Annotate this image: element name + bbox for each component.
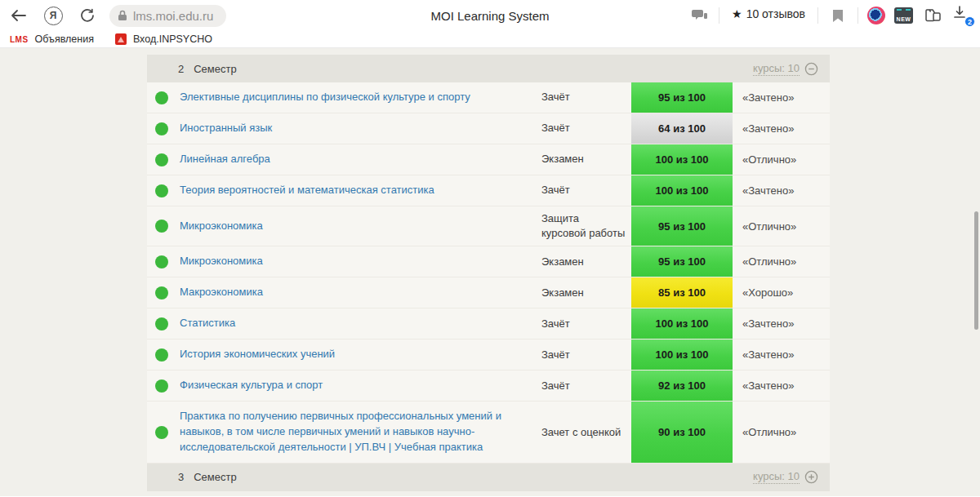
course-link[interactable]: Статистика bbox=[180, 316, 235, 331]
bookmarks-bar: LMS Объявления Вход.INPSYCHO bbox=[0, 31, 980, 48]
exam-type: Экзамен bbox=[541, 246, 631, 277]
status-cell bbox=[147, 308, 180, 339]
semester-number: 3 bbox=[178, 471, 184, 483]
course-link[interactable]: Элективные дисциплины по физической куль… bbox=[180, 90, 470, 105]
status-dot-icon bbox=[155, 220, 168, 233]
chat-button[interactable] bbox=[688, 5, 710, 26]
reviews-rating[interactable]: ★ 10 отзывов bbox=[728, 7, 808, 24]
course-link[interactable]: Микроэкономика bbox=[180, 219, 263, 234]
profile-extension-icon[interactable] bbox=[867, 7, 885, 24]
reviews-rating-bar bbox=[737, 22, 800, 24]
status-cell bbox=[147, 82, 180, 113]
status-dot-icon bbox=[155, 255, 168, 268]
grade-text: «Зачтено» bbox=[733, 371, 830, 401]
collapse-minus-icon bbox=[804, 62, 818, 76]
refresh-button[interactable] bbox=[77, 5, 98, 26]
grade-text: «Зачтено» bbox=[733, 82, 830, 113]
status-dot-icon bbox=[155, 426, 168, 439]
course-link[interactable]: Иностранный язык bbox=[180, 121, 272, 136]
status-dot-icon bbox=[155, 91, 168, 104]
exam-type: Зачёт bbox=[541, 308, 631, 339]
course-rows: Элективные дисциплины по физической куль… bbox=[147, 82, 830, 464]
grade-text: «Отлично» bbox=[733, 246, 830, 277]
new-features-button[interactable]: NEW bbox=[894, 7, 913, 24]
bookmark-label: Вход.INPSYCHO bbox=[133, 33, 212, 45]
inpsycho-favicon bbox=[115, 33, 127, 45]
new-badge-label: NEW bbox=[897, 16, 911, 24]
course-row: Теория вероятностей и математическая ста… bbox=[147, 175, 830, 206]
course-link[interactable]: Физическая культура и спорт bbox=[180, 378, 323, 393]
lock-icon bbox=[118, 10, 127, 21]
course-row: Практика по получению первичных професси… bbox=[147, 402, 830, 464]
bookmark-button[interactable] bbox=[827, 5, 849, 26]
semester-number: 2 bbox=[178, 63, 184, 75]
score-badge: 64 из 100 bbox=[631, 113, 733, 144]
exam-type: Экзамен bbox=[541, 144, 631, 175]
status-cell bbox=[147, 402, 180, 463]
score-badge: 95 из 100 bbox=[631, 246, 733, 277]
grade-text: «Зачтено» bbox=[733, 113, 830, 144]
course-link[interactable]: Теория вероятностей и математическая ста… bbox=[180, 183, 434, 198]
score-badge: 95 из 100 bbox=[631, 206, 733, 246]
score-badge: 92 из 100 bbox=[631, 371, 733, 401]
courses-count-label: курсы: 10 bbox=[753, 62, 800, 76]
bookmark-item-inpsycho[interactable]: Вход.INPSYCHO bbox=[115, 33, 212, 45]
bookmark-label: Объявления bbox=[35, 33, 94, 45]
bookmark-item-announcements[interactable]: LMS Объявления bbox=[10, 33, 94, 45]
toolbar-divider bbox=[817, 7, 818, 24]
status-cell bbox=[147, 144, 180, 175]
page-content: 2 Семестр курсы: 10 Элективные дисциплин… bbox=[0, 48, 980, 496]
semester-3-expand-toggle[interactable]: курсы: 10 bbox=[753, 470, 818, 484]
collections-button[interactable] bbox=[922, 5, 943, 26]
semester-2-collapse-toggle[interactable]: курсы: 10 bbox=[753, 62, 818, 76]
vertical-scrollbar-thumb[interactable] bbox=[974, 211, 978, 330]
course-name-cell: Иностранный язык bbox=[180, 113, 541, 144]
grade-text: «Хорошо» bbox=[733, 277, 830, 308]
browser-toolbar: MOI Learning System Я lms.moi.edu.ru bbox=[0, 0, 980, 31]
expand-plus-icon bbox=[804, 470, 818, 484]
chat-icon bbox=[692, 9, 707, 23]
toolbar-right-icons: ★ 10 отзывов NEW bbox=[688, 5, 972, 26]
course-row: МикроэкономикаЗащита курсовой работы95 и… bbox=[147, 206, 830, 246]
score-badge: 100 из 100 bbox=[631, 308, 733, 339]
back-button[interactable] bbox=[8, 5, 29, 26]
course-name-cell: Микроэкономика bbox=[180, 246, 541, 277]
score-badge: 90 из 100 bbox=[631, 402, 733, 463]
course-link[interactable]: Линейная алгебра bbox=[180, 152, 270, 167]
exam-type: Зачёт bbox=[541, 113, 631, 144]
course-row: Иностранный языкЗачёт64 из 100«Зачтено» bbox=[147, 113, 830, 144]
nav-buttons: Я bbox=[8, 5, 98, 26]
rating-bar-positive bbox=[737, 22, 787, 24]
course-name-cell: История экономических учений bbox=[180, 339, 541, 370]
course-name-cell: Элективные дисциплины по физической куль… bbox=[180, 82, 541, 113]
status-cell bbox=[147, 371, 180, 401]
exam-type: Экзамен bbox=[541, 277, 631, 308]
downloads-count-badge: 2 bbox=[964, 16, 975, 27]
status-cell bbox=[147, 113, 180, 144]
downloads-button[interactable]: 2 bbox=[952, 5, 972, 26]
course-link[interactable]: Микроэкономика bbox=[180, 254, 263, 269]
score-badge: 95 из 100 bbox=[631, 82, 733, 113]
exam-type: Зачёт bbox=[541, 371, 631, 401]
course-row: Элективные дисциплины по физической куль… bbox=[147, 82, 830, 113]
url-text: lms.moi.edu.ru bbox=[133, 9, 213, 23]
yandex-button[interactable]: Я bbox=[42, 5, 64, 26]
course-row: МакроэкономикаЭкзамен85 из 100«Хорошо» bbox=[147, 277, 830, 308]
course-name-cell: Макроэкономика bbox=[180, 277, 541, 308]
course-row: История экономических ученийЗачёт100 из … bbox=[147, 339, 830, 371]
courses-count-label: курсы: 10 bbox=[753, 470, 800, 484]
course-name-cell: Линейная алгебра bbox=[180, 144, 541, 175]
course-link[interactable]: Макроэкономика bbox=[180, 285, 263, 300]
grade-text: «Зачтено» bbox=[733, 175, 830, 206]
exam-type: Зачёт bbox=[541, 175, 631, 206]
toolbar-divider bbox=[719, 7, 719, 24]
course-row: Линейная алгебраЭкзамен100 из 100«Отличн… bbox=[147, 144, 830, 175]
address-bar[interactable]: lms.moi.edu.ru bbox=[109, 5, 226, 27]
semester-grades-table: 2 Семестр курсы: 10 Элективные дисциплин… bbox=[147, 55, 830, 491]
status-dot-icon bbox=[155, 153, 168, 166]
course-link[interactable]: История экономических учений bbox=[180, 347, 335, 362]
yandex-icon: Я bbox=[44, 7, 63, 25]
score-badge: 100 из 100 bbox=[631, 175, 733, 206]
status-cell bbox=[147, 246, 180, 277]
course-link[interactable]: Практика по получению первичных професси… bbox=[180, 409, 530, 455]
